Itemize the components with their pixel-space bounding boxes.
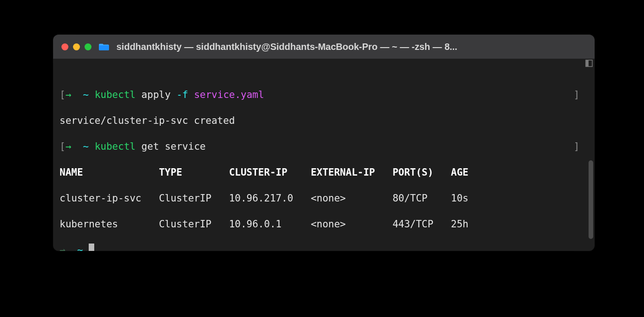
traffic-lights	[61, 43, 91, 50]
output-line: service/cluster-ip-svc created	[60, 115, 235, 126]
prompt-tilde: ~	[83, 141, 89, 152]
prompt-bracket: [	[60, 89, 66, 100]
cmd-arg: service.yaml	[194, 89, 264, 100]
prompt-arrow: →	[66, 89, 72, 100]
folder-icon	[99, 43, 109, 51]
table-row: kubernetes ClusterIP 10.96.0.1 <none> 44…	[60, 218, 588, 231]
right-bracket-pad: ]	[264, 89, 580, 100]
cmd-sub: get service	[141, 141, 206, 152]
cmd-flag: -f	[176, 89, 188, 100]
table-row: cluster-ip-svc ClusterIP 10.96.217.0 <no…	[60, 192, 588, 205]
zoom-icon[interactable]	[85, 43, 91, 50]
prompt-bracket: [	[60, 141, 66, 152]
prompt-tilde: ~	[77, 244, 83, 251]
terminal-content[interactable]: [→ ~ kubectl apply -f service.yaml ] ser…	[53, 59, 595, 251]
window-title: siddhantkhisty — siddhantkhisty@Siddhant…	[116, 42, 586, 52]
cmd-sub: apply	[141, 89, 170, 100]
table-header-row: NAME TYPE CLUSTER-IP EXTERNAL-IP PORT(S)…	[60, 166, 588, 179]
cmd-kubectl: kubectl	[95, 89, 136, 100]
cursor	[89, 244, 94, 251]
prompt-tilde: ~	[83, 89, 89, 100]
prompt-arrow: →	[66, 141, 72, 152]
terminal-area[interactable]: [→ ~ kubectl apply -f service.yaml ] ser…	[53, 59, 595, 251]
prompt-arrow: →	[60, 244, 66, 251]
right-bracket-pad: ]	[206, 141, 579, 152]
minimize-icon[interactable]	[73, 43, 80, 50]
close-icon[interactable]	[61, 43, 68, 50]
pane-icon	[585, 60, 593, 67]
scrollbar[interactable]	[589, 160, 593, 239]
svg-rect-1	[586, 60, 589, 67]
cmd-kubectl: kubectl	[95, 141, 136, 152]
terminal-window: siddhantkhisty — siddhantkhisty@Siddhant…	[53, 35, 595, 251]
titlebar[interactable]: siddhantkhisty — siddhantkhisty@Siddhant…	[53, 35, 595, 59]
